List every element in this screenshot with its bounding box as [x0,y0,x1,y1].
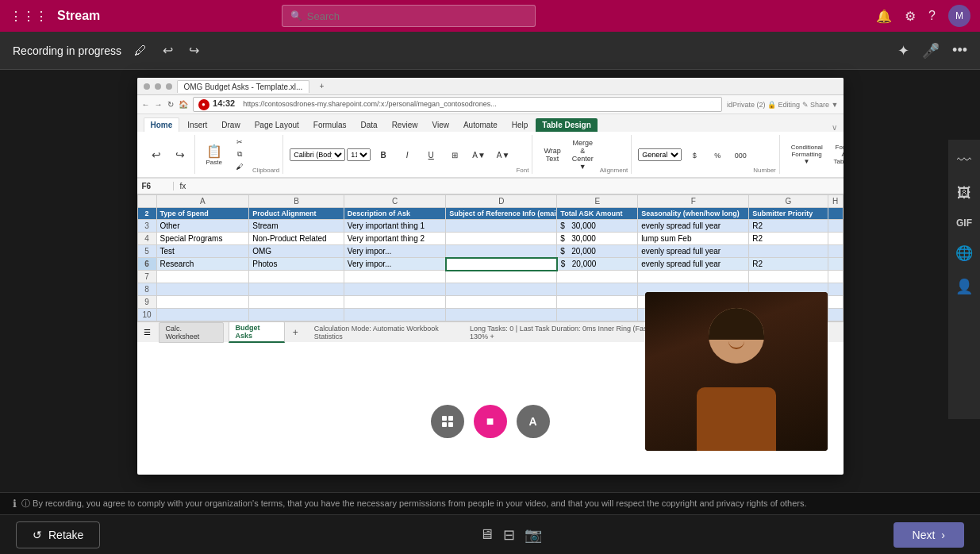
merge-center-btn[interactable]: Merge & Center ▼ [567,137,598,172]
font-color-btn[interactable]: A▼ [492,149,515,161]
col-f-header[interactable]: F [638,195,749,208]
row5-type[interactable]: Test [156,245,249,258]
cut-btn[interactable]: ✂ [229,137,251,148]
redo-btn-excel[interactable]: ↪ [169,147,191,163]
row3-priority[interactable]: R2 [749,220,828,233]
refresh-icon[interactable]: ↻ [167,100,174,109]
image-icon[interactable]: 🖼 [957,185,971,202]
mic-icon[interactable]: 🎤 [922,42,940,60]
format-painter-btn[interactable]: 🖌 [229,161,251,172]
number-format-select[interactable]: General [638,148,682,161]
undo-button[interactable]: ↩ [159,40,176,61]
header-desc[interactable]: Description of Ask [344,208,445,220]
forward-icon[interactable]: → [155,100,163,109]
row4-desc[interactable]: Very important thing 2 [344,233,445,245]
header-season[interactable]: Seasonality (when/how long) [638,208,749,220]
grid-icon[interactable]: ⋮⋮⋮ [10,9,48,24]
wrap-text-btn[interactable]: Wrap Text [539,145,565,164]
next-button[interactable]: Next › [894,522,964,548]
row3-desc[interactable]: Very important thing 1 [344,220,445,233]
ribbon-tab-help[interactable]: Help [505,118,535,132]
ribbon-tab-page-layout[interactable]: Page Layout [248,118,306,132]
copy-btn[interactable]: ⧉ [229,148,251,160]
split-layout-icon[interactable]: ⊟ [503,526,515,544]
header-priority[interactable]: Submitter Priority [749,208,828,220]
row3-ref[interactable] [446,220,557,233]
sheet-tab-calc[interactable]: Calc. Worksheet [159,322,224,343]
row4-season[interactable]: lump sum Feb [638,233,749,245]
row5-ref[interactable] [446,245,557,258]
format-as-table-btn[interactable]: Format AsTable ▼ [828,142,843,167]
settings-icon[interactable]: ⚙ [905,9,916,24]
ribbon-tab-review[interactable]: Review [386,118,425,132]
row4-priority[interactable]: R2 [749,233,828,245]
row3-season[interactable]: evenly spread full year [638,220,749,233]
row5-desc[interactable]: Very impor... [344,245,445,258]
redo-button[interactable]: ↪ [186,40,202,61]
new-tab-button[interactable]: + [314,80,329,92]
ribbon-tab-formulas[interactable]: Formulas [307,118,353,132]
font-family-select[interactable]: Calibri (Body) [290,148,345,161]
ribbon-tab-table-design[interactable]: Table Design [536,118,598,132]
desktop-layout-icon[interactable]: 🖥 [479,526,494,543]
ribbon-tab-data[interactable]: Data [355,118,384,132]
header-amount[interactable]: Total ASK Amount [557,208,638,220]
italic-btn[interactable]: I [396,149,418,161]
ribbon-tab-home[interactable]: Home [144,117,180,132]
row6-priority[interactable]: R2 [749,258,828,271]
header-type[interactable]: Type of Spend [156,208,249,220]
row3-type[interactable]: Other [156,220,249,233]
row4-ref[interactable] [446,233,557,245]
bold-btn[interactable]: B [372,149,394,161]
row5-season[interactable]: evenly spread full year [638,245,749,258]
layout-button[interactable] [431,405,464,438]
row3-amount[interactable]: $ 30,000 [557,220,638,233]
search-input[interactable] [307,10,527,22]
row4-product[interactable]: Non-Product Related [249,233,344,245]
notification-icon[interactable]: 🔔 [876,9,892,24]
col-d-header[interactable]: D [446,195,557,208]
row6-type[interactable]: Research [156,258,249,271]
cell-reference[interactable]: F6 [142,182,174,190]
row5-product[interactable]: OMG [249,245,344,258]
ribbon-expand-icon[interactable]: ∨ [832,123,837,132]
row6-season[interactable]: evenly spread full year [638,258,749,271]
row5-amount[interactable]: $ 20,000 [557,245,638,258]
paste-btn[interactable]: 📋 Paste [202,142,227,167]
text-overlay-button[interactable]: A [517,405,550,438]
row4-amount[interactable]: $ 30,000 [557,233,638,245]
font-size-select[interactable]: 11 [347,148,371,161]
gif-icon[interactable]: GIF [956,217,972,229]
retake-button[interactable]: ↺ Retake [16,521,100,548]
fill-color-btn[interactable]: A▼ [467,149,490,161]
row6-product[interactable]: Photos [249,258,344,271]
undo-btn[interactable]: ↩ [145,147,167,163]
add-sheet-button[interactable]: + [290,327,302,338]
camera-layout-icon[interactable]: 📷 [525,526,542,544]
search-bar[interactable]: 🔍 [282,5,536,27]
back-icon[interactable]: ← [142,100,150,109]
home-icon[interactable]: 🏠 [179,100,188,109]
decimal-btn[interactable]: 000 [729,150,751,161]
ribbon-tab-automate[interactable]: Automate [457,118,504,132]
eraser-icon[interactable]: 🖊 [131,40,150,61]
wave-icon[interactable]: 〰 [957,152,971,169]
hamburger-icon[interactable]: ☰ [144,328,151,337]
help-icon[interactable]: ? [928,9,936,23]
sparkle-icon[interactable]: ✦ [897,42,909,60]
conditional-formatting-btn[interactable]: ConditionalFormatting ▼ [786,142,828,167]
row3-product[interactable]: Stream [249,220,344,233]
ribbon-tab-view[interactable]: View [425,118,455,132]
percent-btn[interactable]: $ [683,150,705,161]
stop-recording-button[interactable]: ■ [474,405,507,438]
row5-priority[interactable] [749,245,828,258]
col-e-header[interactable]: E [557,195,638,208]
sheet-tab-budget[interactable]: Budget Asks [229,321,285,343]
ribbon-tab-insert[interactable]: Insert [181,118,213,132]
comma-btn[interactable]: % [706,150,728,161]
row4-type[interactable]: Special Programs [156,233,249,245]
col-a-header[interactable]: A [156,195,249,208]
row6-desc[interactable]: Very impor... ➡ [344,258,445,271]
col-b-header[interactable]: B [249,195,344,208]
browser-tab[interactable]: OMG Budget Asks - Template.xl... [177,80,310,93]
